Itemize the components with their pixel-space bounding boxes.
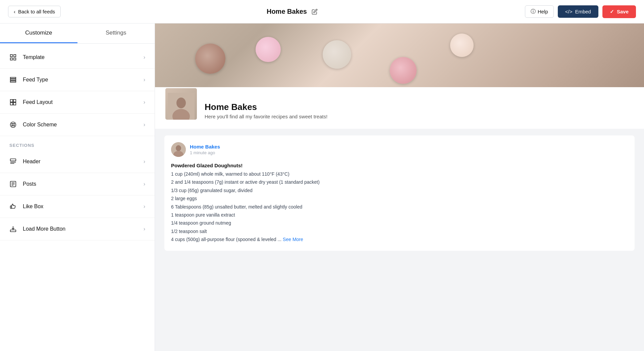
profile-name: Home Bakes bbox=[205, 102, 327, 112]
macaroon-2 bbox=[256, 37, 281, 62]
menu-item-posts-left: Posts bbox=[9, 180, 36, 188]
post-body: Powdered Glazed Doughnuts! 1 cup (240ml)… bbox=[171, 162, 628, 243]
help-label: Help bbox=[538, 9, 548, 14]
svg-rect-5 bbox=[10, 79, 16, 80]
grid-icon bbox=[9, 99, 17, 106]
save-label: Save bbox=[617, 9, 629, 14]
menu-item-like-box[interactable]: Like Box › bbox=[0, 195, 155, 218]
svg-rect-10 bbox=[13, 103, 16, 105]
sidebar-tabs: Customize Settings bbox=[0, 23, 155, 44]
topbar-right: ⓘ Help </> Embed ✓ Save bbox=[525, 5, 636, 18]
see-more-link[interactable]: See More bbox=[283, 237, 303, 242]
color-scheme-chevron: › bbox=[144, 122, 145, 128]
save-button[interactable]: ✓ Save bbox=[602, 5, 636, 18]
menu-item-header[interactable]: Header › bbox=[0, 151, 155, 173]
svg-point-14 bbox=[12, 125, 13, 126]
checkmark-icon: ✓ bbox=[610, 9, 614, 15]
post-author[interactable]: Home Bakes bbox=[190, 144, 220, 150]
embed-label: Embed bbox=[575, 9, 591, 14]
profile-pic-inner bbox=[165, 88, 197, 120]
svg-rect-23 bbox=[10, 206, 12, 208]
svg-rect-3 bbox=[10, 58, 12, 60]
profile-desc: Here you'll find all my favorite recipes… bbox=[205, 114, 327, 119]
topbar: ‹ Back to all feeds Home Bakes ⓘ Help </… bbox=[0, 0, 644, 23]
svg-point-27 bbox=[176, 98, 186, 108]
svg-rect-2 bbox=[14, 58, 16, 60]
macaroon-5 bbox=[450, 34, 474, 57]
post-meta: Home Bakes 1 minute ago bbox=[190, 144, 220, 155]
edit-title-button[interactable] bbox=[310, 7, 319, 16]
post-card: Home Bakes 1 minute ago Powdered Glazed … bbox=[164, 135, 635, 251]
load-more-chevron: › bbox=[144, 226, 145, 232]
svg-point-13 bbox=[13, 123, 14, 124]
color-scheme-label: Color Scheme bbox=[23, 122, 57, 128]
header-label: Header bbox=[23, 159, 40, 165]
posts-icon bbox=[9, 180, 17, 188]
embed-button[interactable]: </> Embed bbox=[558, 5, 598, 18]
menu-item-feed-type[interactable]: Feed Type › bbox=[0, 69, 155, 91]
posts-area: Home Bakes 1 minute ago Powdered Glazed … bbox=[155, 129, 644, 257]
pencil-icon bbox=[312, 9, 318, 15]
feed-type-label: Feed Type bbox=[23, 77, 48, 83]
menu-item-feed-type-left: Feed Type bbox=[9, 76, 48, 83]
svg-point-15 bbox=[13, 125, 14, 126]
svg-rect-16 bbox=[10, 159, 16, 161]
feed-layout-label: Feed Layout bbox=[23, 99, 53, 105]
like-box-chevron: › bbox=[144, 203, 145, 210]
back-label: Back to all feeds bbox=[18, 9, 55, 14]
sidebar-menu: Template › Feed Type › bbox=[0, 44, 155, 243]
topbar-center: Home Bakes bbox=[267, 7, 319, 16]
feed-title: Home Bakes bbox=[267, 8, 307, 15]
svg-rect-24 bbox=[10, 230, 16, 232]
code-icon: </> bbox=[565, 9, 573, 14]
svg-point-12 bbox=[12, 123, 13, 124]
svg-rect-8 bbox=[13, 100, 16, 102]
profile-section: Home Bakes Here you'll find all my favor… bbox=[155, 87, 644, 129]
preview-panel: f 0 Home Bakes bbox=[155, 23, 644, 351]
tab-settings[interactable]: Settings bbox=[77, 23, 155, 43]
svg-rect-4 bbox=[10, 77, 16, 79]
post-header: Home Bakes 1 minute ago bbox=[171, 142, 628, 157]
template-chevron: › bbox=[144, 54, 145, 60]
header-icon bbox=[9, 158, 17, 165]
menu-item-feed-layout[interactable]: Feed Layout › bbox=[0, 91, 155, 114]
menu-item-color-scheme[interactable]: Color Scheme › bbox=[0, 114, 155, 136]
template-label: Template bbox=[23, 54, 45, 60]
svg-rect-0 bbox=[10, 55, 12, 57]
svg-point-11 bbox=[10, 122, 16, 128]
feed-type-chevron: › bbox=[144, 77, 145, 83]
help-circle-icon: ⓘ bbox=[531, 8, 536, 15]
profile-info: Home Bakes Here you'll find all my favor… bbox=[205, 102, 327, 121]
macaroon-4 bbox=[390, 57, 417, 84]
post-lines: 1 cup (240ml) whole milk, warmed to abou… bbox=[171, 170, 628, 243]
profile-picture bbox=[164, 87, 198, 121]
sections-label: SECTIONS bbox=[0, 136, 155, 151]
back-arrow-icon: ‹ bbox=[14, 9, 15, 14]
sidebar: Customize Settings Template › bbox=[0, 23, 155, 351]
post-title: Powdered Glazed Doughnuts! bbox=[171, 162, 628, 170]
help-button[interactable]: ⓘ Help bbox=[525, 5, 554, 18]
menu-item-header-left: Header bbox=[9, 158, 40, 165]
svg-rect-7 bbox=[10, 100, 13, 102]
macaroon-1 bbox=[195, 44, 225, 74]
macaroon-3 bbox=[323, 40, 351, 69]
menu-item-template-left: Template bbox=[9, 54, 45, 61]
palette-icon bbox=[9, 121, 17, 128]
menu-item-posts[interactable]: Posts › bbox=[0, 173, 155, 195]
load-more-label: Load More Button bbox=[23, 226, 65, 232]
profile-avatar-svg bbox=[168, 93, 195, 120]
load-more-icon bbox=[9, 225, 17, 233]
list-icon bbox=[9, 76, 17, 83]
menu-item-template[interactable]: Template › bbox=[0, 46, 155, 69]
svg-rect-1 bbox=[14, 55, 16, 57]
posts-chevron: › bbox=[144, 181, 145, 187]
main-layout: Customize Settings Template › bbox=[0, 23, 644, 351]
back-to-feeds-button[interactable]: ‹ Back to all feeds bbox=[8, 6, 61, 17]
svg-rect-9 bbox=[10, 103, 13, 105]
posts-label: Posts bbox=[23, 181, 36, 187]
svg-point-30 bbox=[176, 145, 181, 151]
menu-item-load-more[interactable]: Load More Button › bbox=[0, 218, 155, 240]
tab-customize[interactable]: Customize bbox=[0, 23, 77, 43]
svg-rect-6 bbox=[10, 81, 16, 82]
post-avatar bbox=[171, 142, 186, 157]
